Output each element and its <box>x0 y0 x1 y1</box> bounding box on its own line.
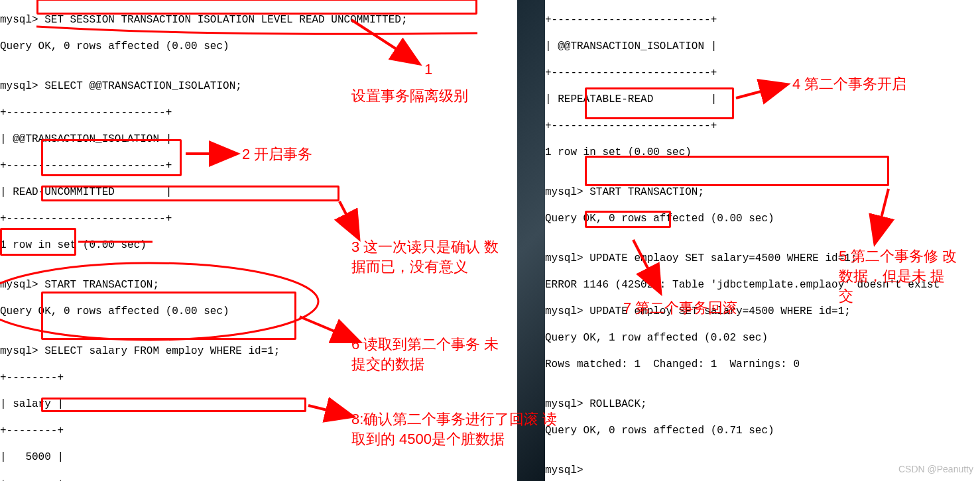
left-line: Query OK, 0 rows affected (0.00 sec) <box>0 40 517 53</box>
left-line: +--------+ <box>0 424 517 437</box>
right-line: +-------------------------+ <box>545 13 980 27</box>
watermark: CSDN @Peanutty <box>898 462 973 476</box>
right-line: Query OK, 1 row affected (0.02 sec) <box>545 331 980 345</box>
left-line: +--------+ <box>0 371 517 384</box>
right-terminal: +-------------------------+ | @@TRANSACT… <box>545 0 980 481</box>
left-line: +--------+ <box>0 477 517 481</box>
right-line: Query OK, 0 rows affected (0.00 sec) <box>545 212 980 225</box>
left-line: | @@TRANSACTION_ISOLATION | <box>0 133 517 146</box>
left-line: +-------------------------+ <box>0 106 517 119</box>
right-line: Rows matched: 1 Changed: 1 Warnings: 0 <box>545 358 980 371</box>
left-line: +-------------------------+ <box>0 159 517 172</box>
right-line: Query OK, 0 rows affected (0.71 sec) <box>545 424 980 437</box>
right-line: +-------------------------+ <box>545 66 980 80</box>
vertical-divider <box>517 0 545 481</box>
left-line: | salary | <box>0 398 517 411</box>
left-line: | READ-UNCOMMITTED | <box>0 186 517 199</box>
right-line: | REPEATABLE-READ | <box>545 93 980 106</box>
left-line: +-------------------------+ <box>0 212 517 225</box>
right-line: 1 row in set (0.00 sec) <box>545 146 980 159</box>
right-line: +-------------------------+ <box>545 119 980 133</box>
left-line: 1 row in set (0.00 sec) <box>0 239 517 252</box>
left-line: Query OK, 0 rows affected (0.00 sec) <box>0 305 517 318</box>
right-line: mysql> ROLLBACK; <box>545 398 980 411</box>
left-line: mysql> START TRANSACTION; <box>0 278 517 292</box>
right-line: mysql> UPDATE employ SET salary=4500 WHE… <box>545 305 980 318</box>
left-line: | 5000 | <box>0 451 517 464</box>
left-line: mysql> SELECT salary FROM employ WHERE i… <box>0 345 517 358</box>
right-line: mysql> START TRANSACTION; <box>545 186 980 199</box>
left-terminal: mysql> SET SESSION TRANSACTION ISOLATION… <box>0 0 517 481</box>
right-line: mysql> UPDATE emplaoy SET salary=4500 WH… <box>545 252 980 265</box>
right-line: | @@TRANSACTION_ISOLATION | <box>545 40 980 53</box>
right-line: ERROR 1146 (42S02): Table 'jdbctemplate.… <box>545 278 980 292</box>
left-line: mysql> SET SESSION TRANSACTION ISOLATION… <box>0 13 517 27</box>
left-line: mysql> SELECT @@TRANSACTION_ISOLATION; <box>0 80 517 93</box>
